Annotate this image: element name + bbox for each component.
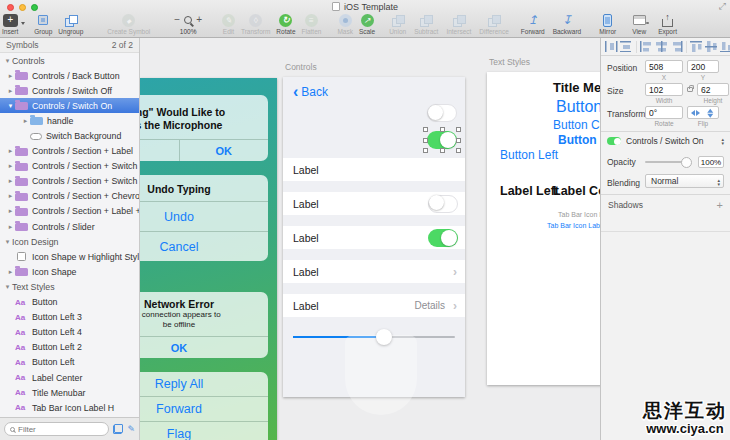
disclosure-triangle-icon[interactable] — [6, 72, 15, 80]
disclosure-triangle-icon[interactable] — [3, 57, 12, 65]
text-style-tab-bar-icon-label-highlighted[interactable]: Tab Bar Icon Label Highlighted — [547, 222, 600, 229]
stepper-icon[interactable]: ▴▾ — [721, 137, 724, 145]
cancel-button[interactable]: Cancel — [140, 231, 268, 261]
sidebar-item-switch-on[interactable]: Controls / Switch On — [0, 98, 139, 113]
text-style-button-left[interactable]: Button Left — [500, 148, 558, 162]
ok-button[interactable]: OK — [140, 337, 268, 358]
text-style-tab-bar-icon-label[interactable]: Tab Bar Icon Label — [558, 211, 600, 218]
flip-horizontal-button[interactable] — [688, 107, 703, 118]
sidebar-item-section-switch-on[interactable]: Controls / Section + Switch On — [0, 159, 139, 174]
forward-button[interactable]: Forward — [140, 397, 268, 422]
sidebar-item-section-label-chevron[interactable]: Controls / Section + Label + Chevron — [0, 204, 139, 219]
action-sheet[interactable]: Reply All Forward Flag — [140, 372, 268, 440]
height-field[interactable] — [697, 83, 729, 96]
table-row[interactable]: Label — [283, 192, 465, 215]
text-style-button-big[interactable]: Button Big — [556, 98, 600, 116]
backward-button[interactable]: Backward — [553, 13, 582, 35]
filter-input[interactable] — [18, 425, 103, 434]
sidebar-item-ts-tab-bar-icon-label-h[interactable]: Tab Bar Icon Label H — [0, 400, 139, 415]
sidebar-item-handle[interactable]: handle — [0, 113, 139, 128]
disclosure-triangle-icon[interactable] — [6, 162, 15, 170]
symbol-selector[interactable]: Controls / Switch On ▴▾ — [601, 131, 730, 150]
create-symbol-button[interactable]: Create Symbol — [107, 13, 150, 35]
fullscreen-icon[interactable]: ⤢ — [719, 1, 726, 12]
insert-button[interactable]: Insert — [2, 13, 18, 35]
disclosure-triangle-icon[interactable] — [6, 223, 15, 231]
filter-input-box[interactable] — [4, 422, 109, 436]
text-style-label-center[interactable]: Label Center — [553, 184, 600, 198]
edit-button[interactable]: Edit — [222, 13, 235, 35]
text-style-label-left[interactable]: Label Left — [500, 184, 559, 198]
ok-button[interactable]: OK — [180, 140, 269, 161]
disclosure-triangle-icon[interactable] — [3, 283, 12, 291]
align-left-icon[interactable] — [640, 41, 653, 52]
sidebar-item-section-chevron[interactable]: Controls / Section + Chevron — [0, 189, 139, 204]
scale-button[interactable]: Scale — [359, 13, 375, 35]
width-field[interactable] — [645, 83, 683, 96]
sidebar-item-ts-label-center[interactable]: Label Center — [0, 370, 139, 385]
sidebar-item-slider[interactable]: Controls / Slider — [0, 219, 139, 234]
network-error-alert[interactable]: Network Error t connection appears to be… — [140, 292, 268, 358]
disclosure-triangle-icon[interactable] — [6, 207, 15, 215]
disclosure-triangle-icon[interactable] — [21, 117, 30, 125]
selection-handle[interactable] — [423, 148, 428, 153]
table-row[interactable]: Label — [283, 158, 465, 181]
switch-on-symbol-selected[interactable] — [427, 131, 457, 149]
artboard-title-text-styles[interactable]: Text Styles — [489, 57, 530, 67]
selection-handle[interactable] — [423, 127, 428, 132]
flag-button[interactable]: Flag — [140, 422, 268, 440]
disclosure-triangle-icon[interactable] — [6, 177, 15, 185]
add-shadow-button[interactable]: + — [717, 201, 723, 209]
view-button[interactable]: View — [632, 13, 646, 35]
selection-handle[interactable] — [440, 148, 445, 153]
table-row[interactable]: Label — [283, 226, 465, 249]
position-x-field[interactable] — [645, 60, 683, 73]
artboard-title-controls[interactable]: Controls — [285, 62, 317, 72]
opacity-slider[interactable] — [645, 161, 690, 163]
alert-hidden-button[interactable] — [140, 140, 180, 161]
sidebar-item-section-label[interactable]: Controls / Section + Label — [0, 144, 139, 159]
disclosure-triangle-icon[interactable] — [6, 192, 15, 200]
forward-button[interactable]: Forward — [521, 13, 545, 35]
rotate-button[interactable]: Rotate — [276, 13, 295, 35]
text-style-button-center[interactable]: Button Center — [553, 118, 600, 132]
sidebar-item-back-button[interactable]: Controls / Back Button — [0, 68, 139, 83]
sidebar-item-switch-off[interactable]: Controls / Switch Off — [0, 83, 139, 98]
switch-off-symbol[interactable] — [427, 104, 457, 122]
selection-handle[interactable] — [440, 127, 445, 132]
align-bottom-icon[interactable] — [720, 41, 730, 52]
intersect-button[interactable]: Intersect — [446, 13, 471, 35]
subtract-button[interactable]: Subtract — [414, 13, 438, 35]
sidebar-item-ts-button[interactable]: Button — [0, 295, 139, 310]
switch-on[interactable] — [428, 229, 458, 247]
sidebar-section-icon-design[interactable]: Icon Design — [0, 234, 139, 249]
sidebar-item-ts-button-left-2[interactable]: Button Left 2 — [0, 340, 139, 355]
sidebar-item-ts-title-menubar[interactable]: Title Menubar — [0, 385, 139, 400]
text-style-title-menubar[interactable]: Title Menubar — [553, 80, 600, 95]
reply-all-button[interactable]: Reply All — [140, 372, 268, 397]
artboard-text-styles[interactable]: Title Menubar Button Big Button Center B… — [487, 72, 600, 385]
export-button[interactable]: Export — [658, 13, 677, 35]
rotate-field[interactable] — [645, 106, 683, 119]
sidebar-item-ts-button-left[interactable]: Button Left — [0, 355, 139, 370]
disclosure-triangle-icon[interactable] — [3, 238, 12, 246]
sidebar-item-icon-shape[interactable]: Icon Shape — [0, 264, 139, 279]
sidebar-item-switch-background[interactable]: Switch Background — [0, 128, 139, 143]
align-right-icon[interactable] — [670, 41, 683, 52]
mask-button[interactable]: Mask — [337, 13, 353, 35]
selection-handle[interactable] — [456, 127, 461, 132]
sidebar-item-section-switch-off[interactable]: Controls / Section + Switch Off — [0, 174, 139, 189]
undo-button[interactable]: Undo — [140, 201, 268, 231]
artboard-phone[interactable]: ing" Would Like to s the Microphone OK U… — [140, 78, 277, 440]
blending-select[interactable]: Normal ▴▾ — [645, 174, 724, 188]
flatten-button[interactable]: Flatten — [302, 13, 322, 35]
align-top-icon[interactable] — [690, 41, 703, 52]
microphone-alert[interactable]: ing" Would Like to s the Microphone OK — [140, 95, 268, 161]
lock-proportions-icon[interactable] — [687, 87, 693, 92]
align-horizontal-center-icon[interactable] — [655, 41, 668, 52]
ungroup-button[interactable]: Ungroup — [58, 13, 83, 35]
opacity-value-field[interactable] — [698, 156, 724, 168]
sidebar-item-ts-button-left-3[interactable]: Button Left 3 — [0, 310, 139, 325]
back-button[interactable]: ‹ Back — [293, 85, 328, 99]
canvas[interactable]: ing" Would Like to s the Microphone OK U… — [140, 38, 600, 440]
